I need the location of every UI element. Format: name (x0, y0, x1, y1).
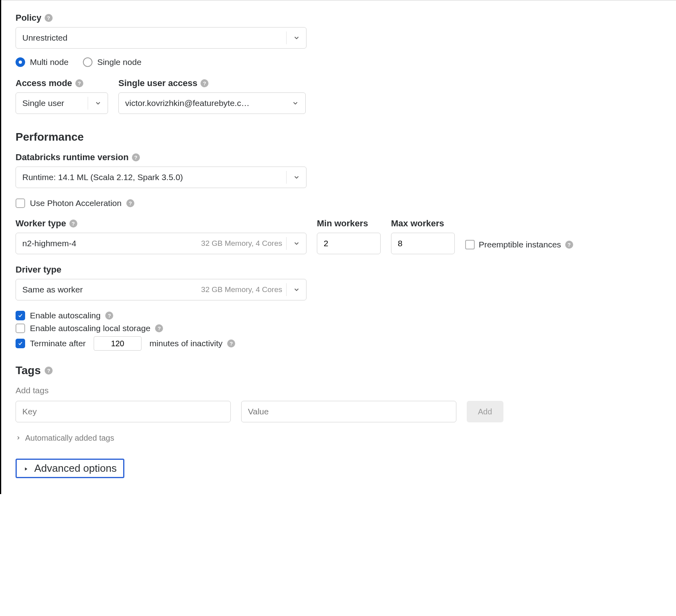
tag-value-input[interactable] (241, 401, 456, 422)
multi-node-radio[interactable]: Multi node (16, 57, 69, 67)
access-mode-value: Single user (16, 98, 88, 108)
policy-value: Unrestricted (16, 33, 286, 43)
tags-heading: Tags (16, 364, 41, 377)
max-workers-label: Max workers (391, 218, 444, 229)
worker-type-specs: 32 GB Memory, 4 Cores (201, 239, 286, 248)
help-icon[interactable]: ? (155, 324, 163, 332)
help-icon[interactable]: ? (200, 79, 208, 87)
preemptible-checkbox[interactable] (465, 240, 475, 249)
multi-node-label: Multi node (30, 57, 69, 67)
photon-label: Use Photon Acceleration (30, 198, 122, 208)
single-user-access-value: victor.kovrizhkin@featurebyte.c… (119, 98, 285, 108)
runtime-value: Runtime: 14.1 ML (Scala 2.12, Spark 3.5.… (16, 173, 286, 182)
chevron-down-icon (285, 97, 305, 109)
chevron-down-icon (286, 31, 306, 44)
auto-tags-label: Automatically added tags (25, 434, 114, 443)
help-icon[interactable]: ? (565, 241, 573, 249)
driver-type-specs: 32 GB Memory, 4 Cores (201, 285, 286, 294)
photon-checkbox[interactable] (16, 198, 25, 208)
help-icon[interactable]: ? (45, 367, 53, 375)
help-icon[interactable]: ? (132, 153, 140, 161)
single-node-radio[interactable]: Single node (83, 57, 141, 67)
chevron-down-icon (286, 237, 306, 249)
help-icon[interactable]: ? (75, 79, 83, 87)
autoscaling-local-label: Enable autoscaling local storage (30, 324, 150, 333)
triangle-right-icon (23, 462, 29, 475)
min-workers-label: Min workers (317, 218, 368, 229)
preemptible-label: Preemptible instances (479, 240, 561, 249)
terminate-label-post: minutes of inactivity (149, 339, 222, 348)
single-node-label: Single node (97, 57, 141, 67)
advanced-options-label: Advanced options (34, 462, 117, 475)
chevron-down-icon (88, 97, 108, 109)
runtime-select[interactable]: Runtime: 14.1 ML (Scala 2.12, Spark 3.5.… (16, 167, 307, 188)
terminate-minutes-input[interactable] (94, 336, 141, 351)
policy-select[interactable]: Unrestricted (16, 27, 307, 49)
driver-type-value: Same as worker (16, 285, 201, 294)
single-user-access-label: Single user access (118, 78, 197, 88)
driver-type-label: Driver type (16, 265, 61, 275)
tag-key-input[interactable] (16, 401, 231, 422)
advanced-options-toggle[interactable]: Advanced options (16, 459, 124, 478)
max-workers-input[interactable] (391, 233, 455, 254)
single-user-access-select[interactable]: victor.kovrizhkin@featurebyte.c… (118, 92, 306, 114)
chevron-down-icon (286, 171, 306, 183)
tags-subtitle: Add tags (16, 386, 662, 395)
help-icon[interactable]: ? (126, 199, 134, 207)
add-tag-button[interactable]: Add (467, 401, 503, 422)
help-icon[interactable]: ? (105, 312, 113, 320)
runtime-label: Databricks runtime version (16, 152, 129, 163)
terminate-label-pre: Terminate after (30, 339, 86, 348)
worker-type-value: n2-highmem-4 (16, 239, 201, 248)
autoscaling-local-checkbox[interactable] (16, 324, 25, 333)
worker-type-label: Worker type (16, 218, 66, 229)
terminate-checkbox[interactable] (16, 339, 25, 348)
worker-type-select[interactable]: n2-highmem-4 32 GB Memory, 4 Cores (16, 233, 307, 254)
chevron-right-icon (16, 434, 21, 443)
access-mode-select[interactable]: Single user (16, 92, 108, 114)
help-icon[interactable]: ? (45, 14, 53, 22)
help-icon[interactable]: ? (69, 220, 77, 228)
driver-type-select[interactable]: Same as worker 32 GB Memory, 4 Cores (16, 279, 307, 300)
auto-tags-toggle[interactable]: Automatically added tags (16, 434, 662, 443)
chevron-down-icon (286, 283, 306, 296)
performance-heading: Performance (16, 131, 662, 143)
autoscaling-checkbox[interactable] (16, 311, 25, 320)
policy-label: Policy (16, 13, 41, 23)
min-workers-input[interactable] (317, 233, 381, 254)
access-mode-label: Access mode (16, 78, 72, 88)
help-icon[interactable]: ? (227, 339, 235, 347)
autoscaling-label: Enable autoscaling (30, 311, 100, 320)
